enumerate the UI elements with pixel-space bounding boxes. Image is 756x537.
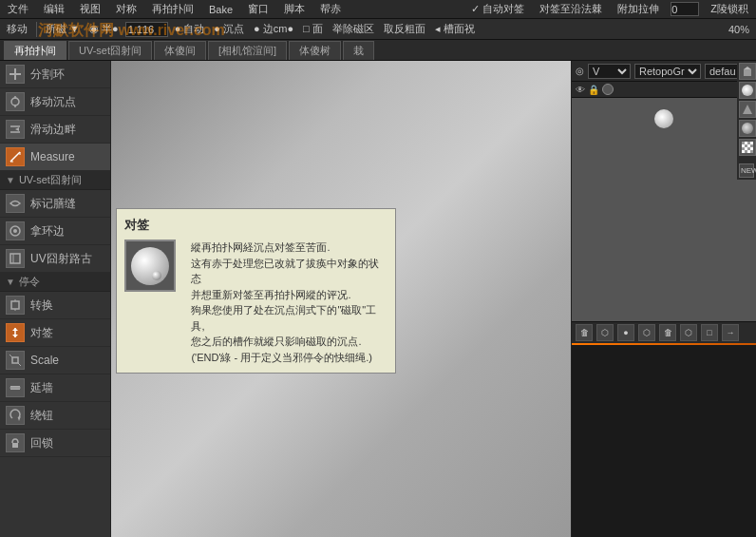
rs-checker-icon[interactable] xyxy=(739,139,756,156)
left-sidebar: 分割环 移动沉点 滑动边畔 Measure ▼ UV-set囧射间 xyxy=(0,61,111,537)
menu-bake[interactable]: Bake xyxy=(205,4,236,15)
sidebar-item-transform[interactable]: 转换 xyxy=(0,292,110,319)
measure-icon xyxy=(6,147,25,166)
menu-file[interactable]: 文件 xyxy=(4,2,32,16)
svg-marker-5 xyxy=(15,127,19,131)
tb2-half[interactable]: ◉ 半● xyxy=(86,22,122,36)
uv-preview-content[interactable] xyxy=(572,345,756,537)
view-v-icon: ◎ xyxy=(576,66,584,76)
right-top-toolbar: ◎ V RetopoGr defau xyxy=(572,61,756,82)
transform-icon xyxy=(6,296,25,315)
menu-auto-sign[interactable]: ✓ 自动对签 xyxy=(467,2,528,16)
tab-retopo[interactable]: 再拍扑间 xyxy=(4,41,66,60)
retopo-dropdown[interactable]: RetopoGr xyxy=(634,64,701,79)
r-trash-icon-2[interactable]: 🗑 xyxy=(659,324,676,341)
tb2-exclude[interactable]: 举除磁区 xyxy=(330,22,377,36)
rotate-icon xyxy=(6,406,25,425)
grab-loop-label: 拿环边 xyxy=(30,223,65,240)
tab-uvset[interactable]: UV-set囧射间 xyxy=(68,41,152,60)
menu-view[interactable]: 视图 xyxy=(76,2,104,16)
right-3d-viewport[interactable] xyxy=(572,98,756,321)
sidebar-item-split-ring[interactable]: 分割环 xyxy=(0,61,110,88)
rs-sphere-icon[interactable] xyxy=(739,82,756,99)
menu-window[interactable]: 窗口 xyxy=(244,2,273,16)
r-dot-icon[interactable]: ● xyxy=(617,324,634,341)
r-hex-icon-2[interactable]: ⬡ xyxy=(638,324,655,341)
right-side-icons-strip: NEW xyxy=(737,61,756,180)
right-top-section: ◎ V RetopoGr defau 👁 🔒 xyxy=(572,61,756,327)
sidebar-item-rotate[interactable]: 绕钮 xyxy=(0,402,110,430)
extend-icon xyxy=(6,378,25,397)
r-hex-icon-1[interactable]: ⬡ xyxy=(596,324,614,341)
sidebar-item-slide-edge[interactable]: 滑动边畔 xyxy=(0,116,110,144)
tb2-move[interactable]: 移动 xyxy=(4,22,30,36)
tab-bar: 再拍扑间 UV-set囧射间 体傻间 [相机馆渲间] 体傻树 栽 xyxy=(0,40,756,61)
menu-script[interactable]: 脚本 xyxy=(280,2,309,16)
extend-label: 延墙 xyxy=(30,380,53,396)
rs-flat-icon[interactable] xyxy=(739,120,756,137)
uvset-section-header[interactable]: ▼ UV-set囧射间 xyxy=(0,171,110,190)
tb2-reverse[interactable]: 取反粗面 xyxy=(381,22,428,36)
sidebar-item-measure[interactable]: Measure xyxy=(0,144,110,171)
scale-label: Scale xyxy=(30,354,59,367)
svg-rect-19 xyxy=(12,357,18,363)
sidebar-item-scale[interactable]: Scale xyxy=(0,347,110,374)
sphere-dot xyxy=(152,271,161,280)
r-arrow-icon[interactable]: → xyxy=(722,324,739,341)
menu-edit[interactable]: 编辑 xyxy=(40,2,68,16)
tb2-vertex[interactable]: ● 沉点 xyxy=(211,22,247,36)
attach-value-input[interactable] xyxy=(671,2,699,16)
r-hex-icon-3[interactable]: ⬡ xyxy=(680,324,697,341)
tb2-edge[interactable]: ● 边cm● xyxy=(251,22,296,36)
menu-symmetry[interactable]: 对称 xyxy=(112,2,141,16)
menu-retopo[interactable]: 再拍扑间 xyxy=(148,2,198,16)
tb2-magnet[interactable]: 所磁 ▼ xyxy=(43,22,83,36)
sidebar-item-mark-seam[interactable]: 标记膳缝 xyxy=(0,190,110,218)
grab-loop-icon xyxy=(6,221,25,240)
tb2-auto[interactable]: ● 自动 xyxy=(172,22,208,36)
stop-section-header[interactable]: ▼ 停令 xyxy=(0,273,110,292)
mark-seam-icon xyxy=(6,194,25,213)
svg-point-10 xyxy=(13,229,17,233)
svg-point-2 xyxy=(11,98,19,105)
menu-sign-method[interactable]: 对签至沿法棘 xyxy=(536,2,606,16)
center-viewport[interactable]: 对签 縱再拍扑网経沉点对签至苦面. 这有赤于处理您已改就了拔痪中对象的状态 并想… xyxy=(111,61,571,537)
svg-marker-28 xyxy=(743,105,752,114)
new-button[interactable]: NEW xyxy=(739,163,754,178)
tab-camera[interactable]: [相机馆渲间] xyxy=(208,41,287,60)
uvset-arrow-icon: ▼ xyxy=(6,175,15,185)
tab-crop[interactable]: 栽 xyxy=(343,41,374,60)
uv-preview-panel: UV预览 xyxy=(572,327,756,537)
sidebar-item-uv-project[interactable]: UV囧射路古 xyxy=(0,245,110,273)
tab-bodytree[interactable]: 体傻树 xyxy=(289,41,341,60)
tb2-value-input[interactable] xyxy=(125,22,168,37)
right-panel: ◎ V RetopoGr defau 👁 🔒 xyxy=(571,61,756,537)
svg-marker-17 xyxy=(12,328,18,331)
menu-zlock[interactable]: Z陵锁积 xyxy=(707,2,752,16)
svg-marker-18 xyxy=(12,335,18,337)
tab-body[interactable]: 体傻间 xyxy=(154,41,206,60)
rs-cube-icon[interactable] xyxy=(739,63,756,80)
sidebar-item-grab-loop[interactable]: 拿环边 xyxy=(0,218,110,245)
svg-rect-11 xyxy=(10,254,20,263)
sidebar-item-extend[interactable]: 延墙 xyxy=(0,374,110,402)
sidebar-item-lock[interactable]: 回锁 xyxy=(0,430,110,457)
menu-attach[interactable]: 附加拉伸 xyxy=(614,2,663,16)
sidebar-item-align[interactable]: 对签 xyxy=(0,319,110,347)
tooltip-popup: 对签 縱再拍扑网経沉点对签至苦面. 这有赤于处理您已改就了拔痪中对象的状态 并想… xyxy=(116,208,396,374)
sidebar-item-move-vertex[interactable]: 移动沉点 xyxy=(0,88,110,116)
menu-help[interactable]: 帮赤 xyxy=(316,2,345,16)
rs-cone-icon[interactable] xyxy=(739,101,756,118)
r-square-icon[interactable]: □ xyxy=(701,324,718,341)
svg-line-20 xyxy=(9,355,12,357)
svg-line-6 xyxy=(10,152,20,162)
r-trash-icon-1[interactable]: 🗑 xyxy=(576,324,593,341)
move-vertex-label: 移动沉点 xyxy=(30,94,76,110)
view-dropdown[interactable]: V xyxy=(588,64,631,79)
eye-icon[interactable]: 👁 xyxy=(576,85,585,95)
lock-small-icon[interactable]: 🔒 xyxy=(588,85,599,95)
rotate-label: 绕钮 xyxy=(30,408,53,424)
right-bottom-icons-row: 🗑 ⬡ ● ⬡ 🗑 ⬡ □ → xyxy=(572,321,756,343)
tb2-groove[interactable]: ◂ 槽面祝 xyxy=(432,22,478,36)
tb2-face[interactable]: □ 面 xyxy=(300,22,326,36)
